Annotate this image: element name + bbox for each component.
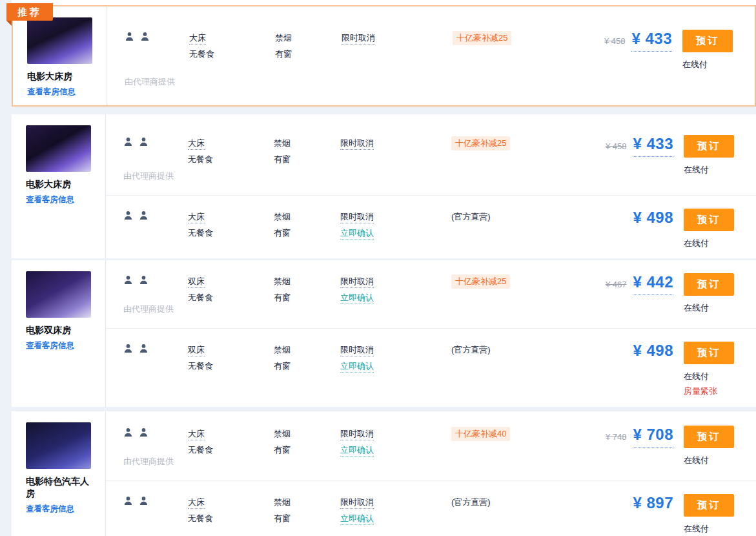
window-info: 有窗 — [274, 151, 340, 167]
adult-icon — [123, 496, 133, 506]
price-column: ¥ 748 ¥ 708 — [600, 426, 684, 448]
price-column: ¥ 498 — [600, 209, 684, 227]
official-channel-label: (官方直营) — [451, 497, 491, 507]
window-info: 有窗 — [274, 289, 340, 305]
pay-method: 在线付 — [684, 238, 756, 249]
current-price[interactable]: ¥ 433 — [633, 135, 673, 157]
room-detail-link[interactable]: 查看客房信息 — [26, 504, 105, 515]
room-card-movie-twin: 电影双床房 查看客房信息 双床 无餐食 禁烟 有窗 — [12, 260, 756, 407]
smoke-window-column: 禁烟 有窗 — [274, 273, 340, 305]
bed-type[interactable]: 大床 — [188, 212, 205, 223]
cancel-policy[interactable]: 限时取消 — [340, 138, 374, 150]
occupancy — [125, 30, 189, 41]
cancel-column: 限时取消 立即确认 — [340, 426, 451, 458]
instant-confirm[interactable]: 立即确认 — [340, 293, 374, 304]
book-button[interactable]: 预订 — [682, 30, 733, 52]
room-info-column: 电影大床房 查看客房信息 — [12, 114, 106, 258]
provider-note: 由代理商提供 — [123, 456, 174, 468]
bed-meal-column: 大床 无餐食 — [189, 30, 275, 62]
cancel-policy[interactable]: 限时取消 — [342, 33, 375, 45]
bed-type[interactable]: 双床 — [188, 276, 205, 288]
pay-method: 在线付 — [684, 523, 756, 535]
smoking-policy: 禁烟 — [274, 135, 340, 151]
room-info-column: 电影双床房 查看客房信息 — [12, 260, 106, 407]
pay-method: 在线付 — [684, 455, 756, 466]
room-photo[interactable] — [26, 422, 91, 469]
window-info: 有窗 — [275, 46, 342, 62]
bed-type[interactable]: 大床 — [188, 429, 205, 440]
cancel-policy[interactable]: 限时取消 — [340, 345, 374, 356]
smoke-window-column: 禁烟 有窗 — [274, 426, 340, 458]
book-button[interactable]: 预订 — [684, 135, 734, 158]
bed-type[interactable]: 双床 — [188, 345, 205, 356]
cancel-policy[interactable]: 限时取消 — [340, 212, 374, 223]
smoke-window-column: 禁烟 有窗 — [275, 30, 342, 62]
room-detail-link[interactable]: 查看客房信息 — [27, 87, 107, 98]
booking-column: 预订 在线付 — [684, 426, 756, 466]
price-column: ¥ 467 ¥ 442 — [600, 273, 684, 295]
meal-plan: 无餐食 — [188, 510, 274, 526]
adult-icon — [123, 137, 133, 147]
smoking-policy: 禁烟 — [274, 273, 340, 289]
cancel-policy[interactable]: 限时取消 — [340, 276, 374, 288]
book-button[interactable]: 预订 — [684, 426, 734, 448]
rate-row: 大床 无餐食 禁烟 有窗 限时取消 立即确认 (官方直营) — [106, 195, 756, 258]
room-list: 推荐 电影大床房 查看客房信息 大床 无餐食 禁烟 — [12, 0, 756, 536]
room-card-movie-king-recommended: 推荐 电影大床房 查看客房信息 大床 无餐食 禁烟 — [12, 5, 756, 107]
adult-icon — [123, 344, 133, 353]
book-button[interactable]: 预订 — [684, 494, 734, 517]
rate-row: 大床 无餐食 禁烟 有窗 限时取消 立即确认 十亿豪补减40 — [106, 411, 756, 480]
pay-method: 在线付 — [684, 164, 756, 176]
bed-meal-column: 大床 无餐食 — [188, 426, 274, 458]
room-name: 电影特色汽车人房 — [26, 475, 93, 500]
meal-plan: 无餐食 — [189, 46, 275, 62]
room-detail-link[interactable]: 查看客房信息 — [26, 194, 105, 205]
hotel-room-list-page: 推荐 电影大床房 查看客房信息 大床 无餐食 禁烟 — [0, 0, 756, 536]
cancel-column: 限时取消 立即确认 — [340, 342, 451, 374]
room-photo[interactable] — [26, 271, 91, 318]
scarcity-warning: 房量紧张 — [684, 386, 756, 397]
room-detail-link[interactable]: 查看客房信息 — [26, 340, 105, 351]
bed-type[interactable]: 大床 — [188, 497, 205, 509]
price-column: ¥ 897 — [600, 494, 684, 512]
cancel-policy[interactable]: 限时取消 — [340, 429, 374, 440]
adult-icon — [139, 211, 148, 220]
instant-confirm[interactable]: 立即确认 — [340, 228, 374, 240]
instant-confirm[interactable]: 立即确认 — [340, 513, 374, 525]
cancel-policy[interactable]: 限时取消 — [340, 497, 374, 509]
book-button[interactable]: 预订 — [684, 209, 734, 231]
occupancy — [123, 494, 188, 506]
room-photo[interactable] — [27, 17, 92, 64]
old-price: ¥ 748 — [606, 432, 627, 442]
current-price[interactable]: ¥ 433 — [631, 30, 672, 52]
price-column: ¥ 458 ¥ 433 — [601, 30, 682, 52]
smoke-window-column: 禁烟 有窗 — [274, 209, 340, 241]
promo-column: (官方直营) — [451, 342, 600, 356]
book-button[interactable]: 预订 — [684, 342, 734, 364]
bed-type[interactable]: 大床 — [188, 138, 205, 150]
promo-tag: 十亿豪补减25 — [453, 31, 511, 45]
instant-confirm[interactable]: 立即确认 — [340, 361, 374, 373]
adult-icon — [139, 344, 148, 353]
promo-column: (官方直营) — [451, 209, 600, 223]
bed-type[interactable]: 大床 — [189, 33, 206, 45]
smoke-window-column: 禁烟 有窗 — [274, 135, 340, 167]
room-photo[interactable] — [26, 125, 91, 172]
bed-meal-column: 大床 无餐食 — [188, 135, 274, 167]
book-button[interactable]: 预订 — [684, 273, 734, 296]
current-price: ¥ 897 — [633, 494, 673, 512]
bed-meal-column: 大床 无餐食 — [188, 209, 274, 241]
pay-method: 在线付 — [682, 59, 755, 70]
meal-plan: 无餐食 — [188, 289, 274, 305]
smoking-policy: 禁烟 — [274, 426, 340, 442]
adult-icon — [139, 275, 148, 285]
current-price[interactable]: ¥ 442 — [633, 273, 673, 295]
window-info: 有窗 — [274, 358, 340, 374]
room-name: 电影大床房 — [27, 70, 94, 83]
room-info-column: 电影特色汽车人房 查看客房信息 — [12, 411, 106, 536]
smoking-policy: 禁烟 — [275, 30, 342, 46]
current-price[interactable]: ¥ 708 — [633, 426, 673, 448]
instant-confirm[interactable]: 立即确认 — [340, 445, 374, 457]
meal-plan: 无餐食 — [188, 151, 274, 167]
adult-icon — [123, 211, 133, 220]
